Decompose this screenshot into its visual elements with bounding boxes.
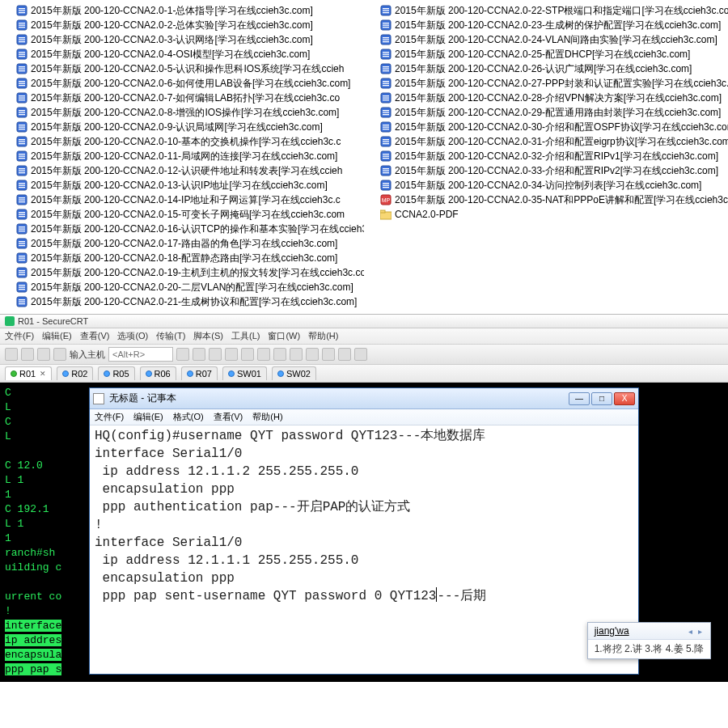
crt-menu-item[interactable]: 脚本(S) (193, 330, 223, 342)
crt-menu-item[interactable]: 帮助(H) (308, 330, 338, 342)
file-item[interactable]: 2015年新版 200-120-CCNA2.0-28-介绍VPN解决方案[学习在… (364, 91, 728, 105)
svg-text:MP: MP (382, 197, 391, 203)
document-icon (16, 180, 28, 191)
file-item[interactable]: 2015年新版 200-120-CCNA2.0-27-PPP封装和认证配置实验[… (364, 76, 728, 91)
file-item[interactable]: 2015年新版 200-120-CCNA2.0-6-如何使用LAB设备[学习在线… (0, 76, 364, 91)
document-icon (16, 49, 28, 60)
svg-rect-78 (19, 287, 25, 288)
file-item[interactable]: 2015年新版 200-120-CCNA2.0-15-可变长子网掩码[学习在线c… (0, 207, 364, 222)
crt-menu-item[interactable]: 编辑(E) (42, 330, 72, 342)
svg-rect-58 (19, 214, 25, 215)
session-tab[interactable]: R05 (98, 366, 134, 380)
file-item[interactable]: 2015年新版 200-120-CCNA2.0-30-介绍和配置OSPF协议[学… (364, 120, 728, 134)
crt-menu-item[interactable]: 文件(F) (5, 330, 34, 342)
close-button[interactable]: X (614, 392, 635, 405)
file-item[interactable]: 2015年新版 200-120-CCNA2.0-8-增强的IOS操作[学习在线c… (0, 105, 364, 120)
ime-nav-arrows[interactable]: ◂ ▸ (688, 627, 704, 636)
file-item[interactable]: 2015年新版 200-120-CCNA2.0-14-IP地址和子网运算[学习在… (0, 193, 364, 207)
session-tab[interactable]: SW02 (272, 366, 316, 380)
file-item[interactable]: CCNA2.0-PDF (364, 207, 728, 222)
ime-candidates[interactable]: 1.将挖 2.讲 3.将 4.姜 5.降 (588, 640, 710, 658)
file-item[interactable]: 2015年新版 200-120-CCNA2.0-16-认识TCP的操作和基本实验… (0, 222, 364, 236)
file-item[interactable]: 2015年新版 200-120-CCNA2.0-22-STP根端口和指定端口[学… (364, 3, 728, 18)
crt-menubar[interactable]: 文件(F)编辑(E)查看(V)选项(O)传输(T)脚本(S)工具(L)窗口(W)… (0, 328, 728, 345)
file-item[interactable]: 2015年新版 200-120-CCNA2.0-20-二层VLAN的配置[学习在… (0, 280, 364, 294)
file-item[interactable]: 2015年新版 200-120-CCNA2.0-13-认识IP地址[学习在线cc… (0, 178, 364, 193)
document-icon (380, 150, 392, 162)
file-item[interactable]: 2015年新版 200-120-CCNA2.0-1-总体指导[学习在线ccieh… (0, 3, 364, 18)
crt-menu-item[interactable]: 工具(L) (231, 330, 260, 342)
file-item[interactable]: 2015年新版 200-120-CCNA2.0-21-生成树协议和配置[学习在线… (0, 294, 364, 309)
crt-terminal-area: CLCLC 12.0L 1 1C 192.1L 1 1ranch#shuildi… (0, 383, 728, 682)
minimize-button[interactable]: — (569, 392, 590, 405)
session-tab[interactable]: R06 (140, 366, 176, 380)
notepad-menu-item[interactable]: 查看(V) (214, 411, 243, 423)
file-item[interactable]: 2015年新版 200-120-CCNA2.0-19-主机到主机的报文转发[学习… (0, 265, 364, 280)
crt-menu-item[interactable]: 窗口(W) (268, 330, 300, 342)
tb-btn-6[interactable] (193, 348, 205, 361)
tb-btn-8[interactable] (225, 348, 238, 361)
file-item[interactable]: 2015年新版 200-120-CCNA2.0-23-生成树的保护配置[学习在线… (364, 18, 728, 32)
file-item[interactable]: 2015年新版 200-120-CCNA2.0-10-基本的交换机操作[学习在线… (0, 134, 364, 149)
file-item[interactable]: 2015年新版 200-120-CCNA2.0-33-介绍和配置RIPv2[学习… (364, 163, 728, 178)
session-tab[interactable]: SW01 (222, 366, 267, 380)
file-item[interactable]: 2015年新版 200-120-CCNA2.0-4-OSI模型[学习在线ccie… (0, 47, 364, 61)
tb-btn-9[interactable] (241, 348, 254, 361)
crt-menu-item[interactable]: 查看(V) (80, 330, 110, 342)
file-item[interactable]: 2015年新版 200-120-CCNA2.0-25-配置DHCP[学习在线cc… (364, 47, 728, 61)
tb-btn-2[interactable] (21, 348, 34, 361)
svg-rect-131 (383, 172, 389, 173)
crt-menu-item[interactable]: 传输(T) (156, 330, 185, 342)
tb-btn-15[interactable] (338, 348, 351, 361)
file-item[interactable]: 2015年新版 200-120-CCNA2.0-29-配置通用路由封装[学习在线… (364, 105, 728, 120)
file-item[interactable]: 2015年新版 200-120-CCNA2.0-18-配置静态路由[学习在线cc… (0, 251, 364, 265)
file-item[interactable]: 2015年新版 200-120-CCNA2.0-31-介绍和配置eigrp协议[… (364, 134, 728, 149)
session-tab[interactable]: R02 (57, 366, 93, 380)
file-item[interactable]: 2015年新版 200-120-CCNA2.0-24-VLAN间路由实验[学习在… (364, 32, 728, 47)
tb-btn-16[interactable] (354, 348, 367, 361)
tb-btn-13[interactable] (306, 348, 319, 361)
file-label: 2015年新版 200-120-CCNA2.0-3-认识网络[学习在线ccieh… (31, 33, 313, 47)
tb-btn-10[interactable] (257, 348, 270, 361)
file-item[interactable]: 2015年新版 200-120-CCNA2.0-17-路由器的角色[学习在线cc… (0, 236, 364, 251)
file-item[interactable]: 2015年新版 200-120-CCNA2.0-2-总体实验[学习在线ccieh… (0, 18, 364, 32)
tb-btn-7[interactable] (209, 348, 222, 361)
session-tab[interactable]: R07 (181, 366, 218, 380)
tab-close-icon[interactable]: ✕ (40, 370, 46, 378)
document-icon (380, 78, 392, 89)
crt-menu-item[interactable]: 选项(O) (117, 330, 148, 342)
svg-rect-65 (19, 241, 25, 242)
notepad-titlebar[interactable]: 无标题 - 记事本 — □ X (90, 388, 638, 409)
file-label: 2015年新版 200-120-CCNA2.0-30-介绍和配置OSPF协议[学… (395, 121, 728, 134)
host-input[interactable] (108, 347, 173, 362)
file-item[interactable]: MP2015年新版 200-120-CCNA2.0-35-NAT和PPPoE讲解… (364, 193, 728, 207)
notepad-menubar[interactable]: 文件(F)编辑(E)格式(O)查看(V)帮助(H) (90, 409, 638, 425)
notepad-menu-item[interactable]: 格式(O) (173, 411, 204, 423)
ime-window: jiang'wa ◂ ▸ 1.将挖 2.讲 3.将 4.姜 5.降 (587, 622, 711, 659)
session-tab[interactable]: R01✕ (5, 366, 52, 380)
file-item[interactable]: 2015年新版 200-120-CCNA2.0-11-局域网的连接[学习在线cc… (0, 149, 364, 163)
file-item[interactable]: 2015年新版 200-120-CCNA2.0-26-认识广域网[学习在线cci… (364, 61, 728, 76)
file-item[interactable]: 2015年新版 200-120-CCNA2.0-34-访问控制列表[学习在线cc… (364, 178, 728, 193)
tb-btn-11[interactable] (273, 348, 286, 361)
maximize-button[interactable]: □ (591, 392, 612, 405)
file-item[interactable]: 2015年新版 200-120-CCNA2.0-12-认识硬件地址和转发表[学习… (0, 163, 364, 178)
notepad-menu-item[interactable]: 帮助(H) (252, 411, 282, 423)
notepad-textarea[interactable]: HQ(config)#username QYT password QYT123-… (90, 425, 638, 607)
svg-rect-125 (383, 154, 389, 154)
tb-btn-3[interactable] (37, 348, 50, 361)
file-item[interactable]: 2015年新版 200-120-CCNA2.0-5-认识和操作思科IOS系统[学… (0, 61, 364, 76)
tb-btn-5[interactable] (176, 348, 189, 361)
svg-rect-99 (383, 56, 389, 57)
file-item[interactable]: 2015年新版 200-120-CCNA2.0-3-认识网络[学习在线ccieh… (0, 32, 364, 47)
file-item[interactable]: 2015年新版 200-120-CCNA2.0-32-介绍和配置RIPv1[学习… (364, 149, 728, 163)
file-item[interactable]: 2015年新版 200-120-CCNA2.0-9-认识局域网[学习在线ccie… (0, 120, 364, 134)
svg-rect-42 (19, 156, 25, 157)
notepad-menu-item[interactable]: 编辑(E) (133, 411, 163, 423)
file-item[interactable]: 2015年新版 200-120-CCNA2.0-7-如何编辑LAB拓扑[学习在线… (0, 91, 364, 105)
notepad-menu-item[interactable]: 文件(F) (95, 411, 124, 423)
tb-btn-12[interactable] (290, 348, 303, 361)
tb-btn-14[interactable] (322, 348, 335, 361)
tb-btn-1[interactable] (5, 348, 18, 361)
tb-btn-4[interactable] (53, 348, 66, 361)
